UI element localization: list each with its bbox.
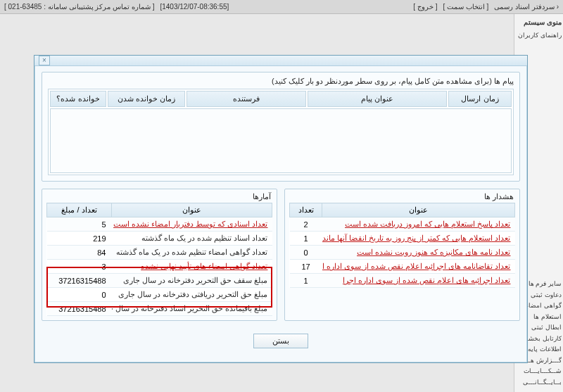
modal-close-button[interactable]: × bbox=[39, 56, 50, 65]
col-alert-count: تعداد bbox=[290, 203, 322, 217]
alerts-title: هشدار ها bbox=[285, 189, 519, 203]
table-row[interactable]: تعداد اجرائیه های اعلام نقص شده از سوی ا… bbox=[290, 274, 515, 288]
support-phone: [ شماره تماس مرکز پشتیبانی سامانه : 6348… bbox=[4, 3, 154, 11]
table-row[interactable]: مبلغ باقیمانده حق التحریر اسناد دفترخانه… bbox=[47, 302, 272, 316]
alerts-table[interactable]: عنوان تعداد تعداد پاسخ استعلام هایی که ا… bbox=[289, 203, 515, 288]
table-row[interactable]: تعداد استعلام هایی که کمتر از پنج روز به… bbox=[290, 232, 515, 246]
clock: [1403/12/07-08:36:55] bbox=[160, 3, 229, 11]
messages-empty bbox=[50, 108, 512, 173]
col-readat: زمان خوانده شدن bbox=[108, 91, 185, 107]
table-row[interactable]: تعداد اسنادی که توسط دفتریار امضاء نشده … bbox=[47, 217, 272, 232]
logout-link[interactable]: [ خروج ] bbox=[413, 3, 437, 11]
sidebar-item[interactable]: شــکـــایـــات bbox=[516, 366, 562, 377]
messages-caption: پیام ها (برای مشاهده متن کامل پیام، بر ر… bbox=[48, 77, 514, 86]
breadcrumb: سردفتر اسناد رسمی › bbox=[494, 3, 559, 11]
col-sent: زمان ارسال bbox=[448, 91, 512, 107]
messages-table[interactable]: زمان ارسال عنوان پیام فرستنده زمان خواند… bbox=[48, 89, 514, 175]
col-stat-count: تعداد / مبلغ bbox=[47, 203, 112, 217]
table-row[interactable]: تعداد نامه های مکانیزه که هنوز رویت نشده… bbox=[290, 246, 515, 260]
table-row[interactable]: تعداد تقاضانامه های اجرائیه اعلام نقص شد… bbox=[290, 260, 515, 274]
stats-panel: آمارها عنوان تعداد / مبلغ تعداد اسنادی ک… bbox=[42, 189, 277, 321]
col-stat-title: عنوان bbox=[112, 203, 272, 217]
sidebar-item[interactable]: بــایــگــانـــی bbox=[516, 377, 562, 388]
stats-table[interactable]: عنوان تعداد / مبلغ تعداد اسنادی که توسط … bbox=[46, 203, 272, 316]
col-alert-title: عنوان bbox=[322, 203, 515, 217]
table-row[interactable]: تعداد اسناد تنظیم شده در یک ماه گذشته219 bbox=[47, 232, 272, 246]
messages-section: پیام ها (برای مشاهده متن کامل پیام، بر ر… bbox=[42, 72, 520, 182]
table-row[interactable]: تعداد گواهی امضاء تنظیم شده در یک ماه گذ… bbox=[47, 246, 272, 260]
sidebar-heading: منوی سیستم bbox=[516, 17, 562, 27]
sidebar-item[interactable]: راهنمای کاربران bbox=[516, 30, 562, 42]
col-isread: خوانده شده؟ bbox=[50, 91, 106, 107]
col-subject: عنوان پیام bbox=[308, 91, 447, 107]
close-button[interactable]: بستن bbox=[253, 334, 308, 348]
alerts-panel: هشدار ها عنوان تعداد تعداد پاسخ استعلام … bbox=[284, 189, 520, 321]
table-row[interactable]: مبلغ حق التحریر دریافتی دفترخانه در سال … bbox=[47, 288, 272, 302]
select-post-link[interactable]: [ انتخاب سمت ] bbox=[443, 3, 488, 11]
modal-titlebar: × bbox=[34, 56, 527, 66]
col-sender: فرستنده bbox=[186, 91, 306, 107]
table-row[interactable]: تعداد گواهی امضاء های تأیید نهایی نشده3 bbox=[47, 260, 272, 274]
close-icon: × bbox=[42, 57, 46, 64]
stats-title: آمارها bbox=[42, 189, 277, 203]
messages-modal: × پیام ها (برای مشاهده متن کامل پیام، بر… bbox=[34, 55, 528, 363]
table-row[interactable]: مبلغ سقف حق التحریر دفترخانه در سال جاری… bbox=[47, 274, 272, 288]
table-row[interactable]: تعداد پاسخ استعلام هایی که امروز دریافت … bbox=[290, 217, 515, 232]
top-status-bar: [ شماره تماس مرکز پشتیبانی سامانه : 6348… bbox=[0, 0, 563, 14]
